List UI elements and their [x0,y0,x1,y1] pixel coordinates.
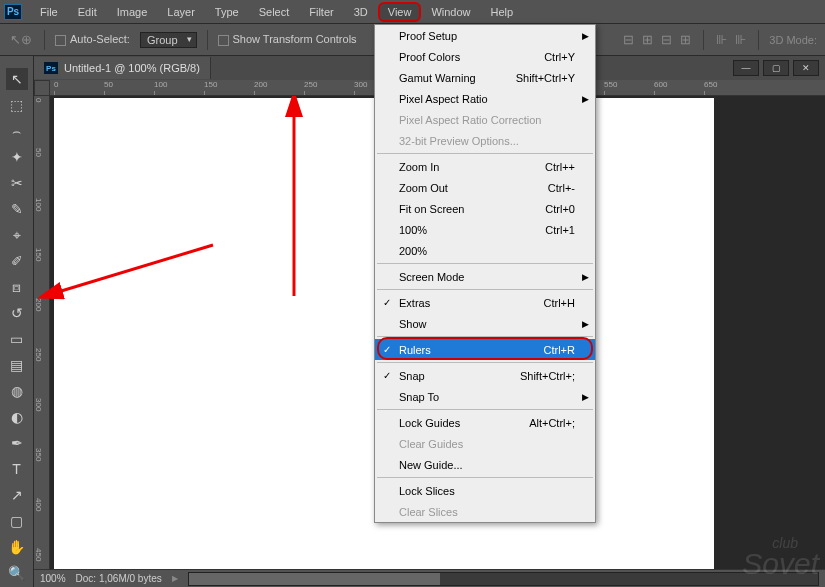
submenu-arrow-icon: ▶ [582,392,589,402]
horizontal-scrollbar[interactable] [188,572,819,586]
status-bar: 100% Doc: 1,06M/0 bytes ▶ [34,569,825,587]
menu-item-label: 32-bit Preview Options... [399,135,519,147]
menu-item-zoom-in[interactable]: Zoom InCtrl++ [375,156,595,177]
menu-layer[interactable]: Layer [157,2,205,22]
menu-type[interactable]: Type [205,2,249,22]
doc-info: Doc: 1,06M/0 bytes [76,573,162,584]
menu-window[interactable]: Window [421,2,480,22]
path-tool[interactable]: ↗ [6,484,28,506]
maximize-button[interactable]: ▢ [763,60,789,76]
dodge-tool[interactable]: ◐ [6,406,28,428]
menu-item-screen-mode[interactable]: Screen Mode▶ [375,266,595,287]
menu-item-extras[interactable]: ✓ExtrasCtrl+H [375,292,595,313]
3d-mode-label: 3D Mode: [769,34,817,46]
menu-item-label: Clear Slices [399,506,458,518]
menu-item-snap-to[interactable]: Snap To▶ [375,386,595,407]
menu-filter[interactable]: Filter [299,2,343,22]
ruler-tick: 150 [204,80,217,89]
type-tool[interactable]: T [6,458,28,480]
eyedropper-tool[interactable]: ✎ [6,198,28,220]
divider [758,30,759,50]
menu-file[interactable]: File [30,2,68,22]
zoom-tool[interactable]: 🔍 [6,562,28,584]
menu-item-proof-setup[interactable]: Proof Setup▶ [375,25,595,46]
ruler-tick: 50 [34,148,43,157]
menu-item-label: Proof Setup [399,30,457,42]
distribute-icon[interactable]: ⊪ [733,32,748,47]
menu-3d[interactable]: 3D [344,2,378,22]
menu-item-label: Zoom Out [399,182,448,194]
menu-item-label: Gamut Warning [399,72,476,84]
menu-view[interactable]: View [378,2,422,22]
ruler-tick: 250 [34,348,43,361]
menu-edit[interactable]: Edit [68,2,107,22]
menu-item-32-bit-preview-options: 32-bit Preview Options... [375,130,595,151]
menu-help[interactable]: Help [481,2,524,22]
menu-item-shortcut: Ctrl+Y [544,51,575,63]
lasso-tool[interactable]: ⌢ [6,120,28,142]
crop-tool[interactable]: ✂ [6,172,28,194]
menu-item-100[interactable]: 100%Ctrl+1 [375,219,595,240]
photoshop-favicon-icon: Ps [44,62,58,74]
gradient-tool[interactable]: ▤ [6,354,28,376]
menu-item-gamut-warning[interactable]: Gamut WarningShift+Ctrl+Y [375,67,595,88]
menu-item-fit-on-screen[interactable]: Fit on ScreenCtrl+0 [375,198,595,219]
show-transform-checkbox[interactable]: Show Transform Controls [218,33,357,46]
menu-item-clear-guides: Clear Guides [375,433,595,454]
blur-tool[interactable]: ◍ [6,380,28,402]
document-title: Untitled-1 @ 100% (RGB/8) [64,62,200,74]
menu-item-lock-slices[interactable]: Lock Slices [375,480,595,501]
hand-tool[interactable]: ✋ [6,536,28,558]
move-tool[interactable]: ↖ [6,68,28,90]
menu-item-snap[interactable]: ✓SnapShift+Ctrl+; [375,365,595,386]
align-icon[interactable]: ⊟ [659,32,674,47]
shape-tool[interactable]: ▢ [6,510,28,532]
vertical-ruler[interactable]: 050100150200250300350400450 [34,96,50,587]
menu-bar: Ps FileEditImageLayerTypeSelectFilter3DV… [0,0,825,24]
menu-image[interactable]: Image [107,2,158,22]
minimize-button[interactable]: — [733,60,759,76]
menu-item-new-guide[interactable]: New Guide... [375,454,595,475]
menu-item-proof-colors[interactable]: Proof ColorsCtrl+Y [375,46,595,67]
zoom-level[interactable]: 100% [40,573,66,584]
move-tool-icon: ↖⊕ [8,32,34,47]
auto-select-checkbox[interactable]: Auto-Select: [55,33,130,46]
menu-separator [377,153,593,154]
menu-separator [377,289,593,290]
distribute-icon[interactable]: ⊪ [714,32,729,47]
align-icon[interactable]: ⊟ [621,32,636,47]
heal-tool[interactable]: ⌖ [6,224,28,246]
menu-item-zoom-out[interactable]: Zoom OutCtrl+- [375,177,595,198]
ruler-tick: 100 [34,198,43,211]
menu-item-label: Zoom In [399,161,439,173]
eraser-tool[interactable]: ▭ [6,328,28,350]
marquee-tool[interactable]: ⬚ [6,94,28,116]
align-icon[interactable]: ⊞ [678,32,693,47]
menu-item-shortcut: Ctrl+0 [545,203,575,215]
menu-item-pixel-aspect-ratio[interactable]: Pixel Aspect Ratio▶ [375,88,595,109]
submenu-arrow-icon: ▶ [582,94,589,104]
ruler-tick: 150 [34,248,43,261]
close-button[interactable]: ✕ [793,60,819,76]
stamp-tool[interactable]: ⧈ [6,276,28,298]
menu-item-200[interactable]: 200% [375,240,595,261]
menu-item-shortcut: Ctrl+H [544,297,575,309]
menu-select[interactable]: Select [249,2,300,22]
ruler-corner[interactable] [34,80,50,96]
history-brush-tool[interactable]: ↺ [6,302,28,324]
document-tab[interactable]: Ps Untitled-1 @ 100% (RGB/8) [34,57,211,79]
ruler-tick: 650 [704,80,717,89]
view-menu-dropdown: Proof Setup▶Proof ColorsCtrl+YGamut Warn… [374,24,596,523]
wand-tool[interactable]: ✦ [6,146,28,168]
menu-item-lock-guides[interactable]: Lock GuidesAlt+Ctrl+; [375,412,595,433]
auto-select-dropdown[interactable]: Group [140,32,197,48]
align-icon[interactable]: ⊞ [640,32,655,47]
chevron-right-icon[interactable]: ▶ [172,574,178,583]
divider [207,30,208,50]
pen-tool[interactable]: ✒ [6,432,28,454]
menu-item-show[interactable]: Show▶ [375,313,595,334]
align-icons: ⊟ ⊞ ⊟ ⊞ [621,32,693,47]
menu-item-rulers[interactable]: ✓RulersCtrl+R [375,339,595,360]
ruler-tick: 50 [104,80,113,89]
brush-tool[interactable]: ✐ [6,250,28,272]
